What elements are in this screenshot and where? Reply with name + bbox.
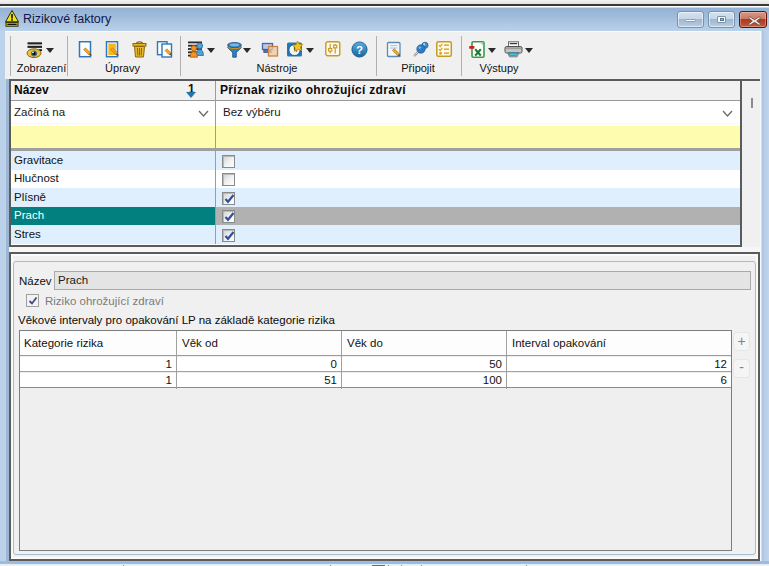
svg-text:?: ? <box>356 44 363 56</box>
